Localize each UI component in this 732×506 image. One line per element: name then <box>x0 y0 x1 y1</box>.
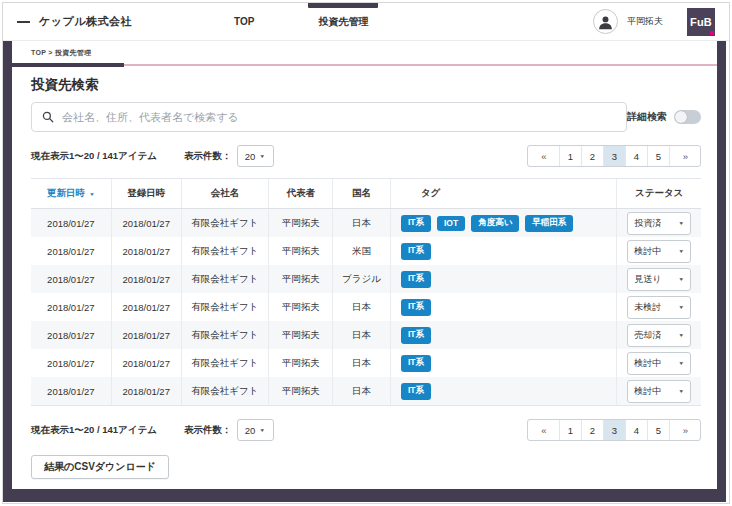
status-label: 検討中 <box>634 245 661 258</box>
main-nav: TOP 投資先管理 <box>228 3 374 41</box>
page-button-5[interactable]: 5 <box>647 146 669 166</box>
cell-company: 有限会社ギフト <box>181 209 269 237</box>
nav-item-investments[interactable]: 投資先管理 <box>312 3 374 41</box>
cell-company: 有限会社ギフト <box>181 293 269 321</box>
results-table: 更新日時▼登録日時会社名代表者国名タグステータス2018/01/272018/0… <box>31 178 701 406</box>
page-button-1[interactable]: 1 <box>559 146 581 166</box>
screenshot-canvas: ケップル株式会社 TOP 投資先管理 平岡拓夫 <box>0 0 732 506</box>
cell-registered: 2018/01/27 <box>111 293 181 321</box>
cell-representative: 平岡拓夫 <box>268 321 332 349</box>
cell-representative: 平岡拓夫 <box>268 209 332 237</box>
cell-company: 有限会社ギフト <box>181 237 269 265</box>
page-button-1[interactable]: 1 <box>559 420 581 440</box>
cell-status: 売却済▼ <box>616 321 701 349</box>
column-header-2: 会社名 <box>181 179 269 208</box>
page-button-3[interactable]: 3 <box>603 420 625 440</box>
cell-tags: IT系 <box>390 349 616 377</box>
cell-tags: IT系 <box>390 293 616 321</box>
status-select[interactable]: 検討中▼ <box>627 352 691 375</box>
chevron-down-icon: ▼ <box>259 428 265 433</box>
cell-representative: 平岡拓夫 <box>268 293 332 321</box>
tag-pill: 角度高い <box>471 215 519 232</box>
page-next-button[interactable]: » <box>669 420 700 440</box>
cell-status: 未検討▼ <box>616 293 701 321</box>
search-box[interactable] <box>31 102 627 132</box>
pagination: «12345» <box>527 419 701 441</box>
page-next-button[interactable]: » <box>669 146 700 166</box>
cell-updated: 2018/01/27 <box>31 209 111 237</box>
cell-country: 日本 <box>332 293 390 321</box>
status-select[interactable]: 未検討▼ <box>627 296 691 319</box>
chevron-down-icon: ▼ <box>678 249 684 254</box>
page-prev-button[interactable]: « <box>528 420 559 440</box>
cell-country: 米国 <box>332 237 390 265</box>
advanced-search: 詳細検索 <box>627 110 701 124</box>
cell-representative: 平岡拓夫 <box>268 377 332 405</box>
status-select[interactable]: 売却済▼ <box>627 324 691 347</box>
chevron-down-icon: ▼ <box>678 389 684 394</box>
page-button-5[interactable]: 5 <box>647 420 669 440</box>
status-label: 投資済 <box>634 217 661 230</box>
search-input[interactable] <box>62 111 616 123</box>
cell-registered: 2018/01/27 <box>111 265 181 293</box>
page-button-2[interactable]: 2 <box>581 420 603 440</box>
cell-country: 日本 <box>332 321 390 349</box>
status-select[interactable]: 検討中▼ <box>627 380 691 403</box>
range-text: 現在表示1〜20 / 141アイテム <box>31 424 157 437</box>
tag-pill: IT系 <box>401 327 431 344</box>
cell-tags: IT系 <box>390 377 616 405</box>
cell-tags: IT系IOT角度高い早稲田系 <box>390 209 616 237</box>
content-page: TOP > 投資先管理 投資先検索 詳細検索 <box>12 41 717 489</box>
cell-representative: 平岡拓夫 <box>268 237 332 265</box>
status-select[interactable]: 検討中▼ <box>627 240 691 263</box>
column-header-6: ステータス <box>616 179 701 208</box>
cell-status: 検討中▼ <box>616 349 701 377</box>
per-page-select[interactable]: 20▼ <box>237 419 274 441</box>
list-controls-top: 現在表示1〜20 / 141アイテム 表示件数： 20▼ «12345» <box>31 145 701 167</box>
advanced-search-label: 詳細検索 <box>627 110 667 124</box>
cell-country: 日本 <box>332 349 390 377</box>
cell-updated: 2018/01/27 <box>31 265 111 293</box>
chevron-down-icon: ▼ <box>678 361 684 366</box>
cell-tags: IT系 <box>390 237 616 265</box>
table-row: 2018/01/272018/01/27有限会社ギフト平岡拓夫日本IT系IOT角… <box>31 209 701 237</box>
cell-registered: 2018/01/27 <box>111 321 181 349</box>
user-name: 平岡拓夫 <box>627 15 663 28</box>
page-button-3[interactable]: 3 <box>603 146 625 166</box>
cell-company: 有限会社ギフト <box>181 265 269 293</box>
page-button-4[interactable]: 4 <box>625 146 647 166</box>
user-avatar[interactable] <box>593 9 618 34</box>
logo-dot <box>710 31 714 35</box>
table-row: 2018/01/272018/01/27有限会社ギフト平岡拓夫日本IT系売却済▼ <box>31 321 701 349</box>
status-label: 見送り <box>634 273 661 286</box>
page-prev-button[interactable]: « <box>528 146 559 166</box>
breadcrumb[interactable]: TOP > 投資先管理 <box>12 41 717 64</box>
table-row: 2018/01/272018/01/27有限会社ギフト平岡拓夫日本IT系未検討▼ <box>31 293 701 321</box>
tag-pill: IT系 <box>401 299 431 316</box>
status-select[interactable]: 投資済▼ <box>627 212 691 235</box>
cell-representative: 平岡拓夫 <box>268 265 332 293</box>
page-button-2[interactable]: 2 <box>581 146 603 166</box>
chevron-down-icon: ▼ <box>259 154 265 159</box>
csv-download-button[interactable]: 結果のCSVダウンロード <box>31 455 169 479</box>
column-header-3: 代表者 <box>268 179 332 208</box>
cell-updated: 2018/01/27 <box>31 377 111 405</box>
cell-registered: 2018/01/27 <box>111 237 181 265</box>
range-text: 現在表示1〜20 / 141アイテム <box>31 150 157 163</box>
table-row: 2018/01/272018/01/27有限会社ギフト平岡拓夫ブラジルIT系見送… <box>31 265 701 293</box>
content-frame: TOP > 投資先管理 投資先検索 詳細検索 <box>3 41 726 502</box>
search-row: 詳細検索 <box>31 102 701 132</box>
menu-icon[interactable] <box>17 21 30 23</box>
per-page-label: 表示件数： <box>184 424 232 437</box>
table-row: 2018/01/272018/01/27有限会社ギフト平岡拓夫米国IT系検討中▼ <box>31 237 701 265</box>
chevron-down-icon: ▼ <box>678 333 684 338</box>
cell-registered: 2018/01/27 <box>111 349 181 377</box>
per-page-select[interactable]: 20▼ <box>237 145 274 167</box>
nav-item-top[interactable]: TOP <box>228 3 260 41</box>
status-select[interactable]: 見送り▼ <box>627 268 691 291</box>
page-button-4[interactable]: 4 <box>625 420 647 440</box>
status-label: 検討中 <box>634 385 661 398</box>
column-header-0[interactable]: 更新日時▼ <box>31 179 111 208</box>
cell-company: 有限会社ギフト <box>181 349 269 377</box>
advanced-search-toggle[interactable] <box>674 110 701 124</box>
